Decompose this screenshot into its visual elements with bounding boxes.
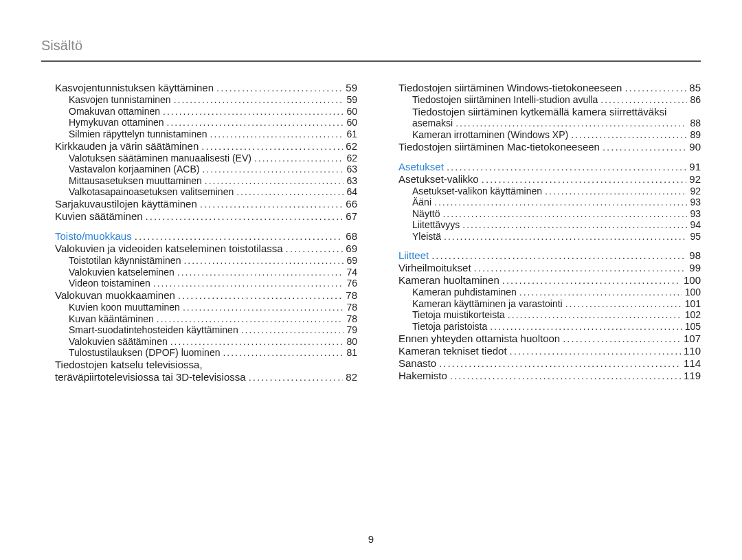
toc-entry[interactable]: Valokuvan muokkaaminen78 — [55, 289, 357, 301]
toc-leader — [167, 117, 344, 128]
toc-entry[interactable]: Liitteet98 — [398, 249, 701, 261]
toc-entry-page: 99 — [689, 262, 701, 273]
toc-entry-title: Kameran huoltaminen — [398, 274, 499, 286]
toc-entry-page: 67 — [346, 210, 357, 222]
toc-entry[interactable]: Valokuvien säätäminen80 — [69, 336, 357, 347]
toc-entry-page: 93 — [690, 197, 701, 208]
toc-column-right: Tiedostojen siirtäminen Windows-tietokon… — [398, 81, 701, 383]
toc-entry[interactable]: Omakuvan ottaminen60 — [69, 106, 357, 117]
toc-entry-page: 64 — [346, 186, 357, 197]
toc-entry[interactable]: Kuvien koon muuttaminen78 — [69, 302, 357, 313]
toc-entry[interactable]: Yleistä95 — [412, 231, 701, 242]
toc-entry[interactable]: Kuvan kääntäminen78 — [69, 313, 357, 324]
toc-entry[interactable]: Kirkkauden ja värin säätäminen62 — [55, 140, 357, 152]
toc-entry[interactable]: Valokuvien ja videoiden katseleminen toi… — [55, 243, 357, 254]
toc-entry-page: 61 — [346, 128, 357, 139]
toc-entry-page: 69 — [346, 255, 357, 266]
toc-entry[interactable]: Näyttö93 — [412, 208, 701, 219]
toc-entry[interactable]: Asetukset-valikko92 — [398, 173, 701, 185]
toc-entry-page: 91 — [689, 161, 701, 172]
toc-entry-title: Sanasto — [398, 357, 436, 369]
toc-entry[interactable]: Kameran puhdistaminen100 — [412, 287, 701, 298]
toc-leader — [163, 106, 344, 117]
toc-entry-title: asemaksi — [412, 117, 453, 128]
toc-entry[interactable]: Liitettävyys94 — [412, 219, 701, 230]
toc-entry-title: Omakuvan ottaminen — [69, 106, 160, 117]
toc-entry-page: 85 — [689, 82, 701, 93]
toc-leader — [135, 230, 344, 242]
toc-entry[interactable]: teräväpiirtotelevisiossa tai 3D-televisi… — [55, 371, 357, 383]
toc-column-left: Kasvojentunnistuksen käyttäminen59Kasvoj… — [55, 81, 357, 383]
toc-entry[interactable]: Ennen yhteyden ottamista huoltoon107 — [398, 333, 701, 344]
toc-entry-page: 59 — [346, 94, 357, 105]
toc-entry[interactable]: Asetukset91 — [398, 161, 701, 172]
toc-entry[interactable]: Valotuksen säätäminen manuaalisesti (EV)… — [69, 153, 357, 164]
toc-entry[interactable]: Kasvojentunnistuksen käyttäminen59 — [55, 82, 357, 93]
toc-entry[interactable]: Kameran käyttäminen ja varastointi101 — [412, 298, 701, 309]
toc-entry[interactable]: Kuvien säätäminen67 — [55, 210, 357, 222]
toc-entry[interactable]: Kameran tekniset tiedot110 — [398, 345, 701, 357]
toc-leader — [545, 186, 687, 197]
toc-entry-title: Asetukset — [398, 161, 444, 172]
toc-leader — [178, 289, 343, 301]
toc-leader — [510, 345, 681, 357]
toc-entry[interactable]: asemaksi88 — [412, 117, 701, 128]
toc-entry-page: 100 — [685, 287, 701, 298]
toc-entry[interactable]: Toistotilan käynnistäminen69 — [69, 255, 357, 266]
toc-entry[interactable]: Tietoja paristoista105 — [412, 321, 701, 332]
toc-entry[interactable]: Tietoja muistikorteista102 — [412, 309, 701, 320]
toc-entry-title: Tiedostojen siirtäminen Intelli-studion … — [412, 94, 598, 105]
toc-entry[interactable]: Toisto/muokkaus68 — [55, 230, 357, 242]
toc-entry[interactable]: Tiedostojen siirtäminen Mac-tietokoneese… — [398, 141, 701, 153]
toc-leader — [201, 140, 343, 152]
toc-entry-page: 68 — [346, 230, 357, 242]
toc-leader — [563, 333, 681, 344]
toc-entry-title: Videon toistaminen — [69, 278, 150, 289]
toc-entry-preline: Tiedostojen siirtäminen kytkemällä kamer… — [412, 106, 701, 117]
toc-leader — [434, 197, 687, 208]
toc-entry[interactable]: Kasvojen tunnistaminen59 — [69, 94, 357, 105]
toc-entry-page: 66 — [346, 198, 357, 210]
toc-entry[interactable]: Sarjakuvaustilojen käyttäminen66 — [55, 198, 357, 210]
toc-entry-title: Sarjakuvaustilojen käyttäminen — [55, 198, 197, 210]
toc-entry-page: 102 — [685, 309, 701, 320]
toc-entry[interactable]: Mittausasetuksen muuttaminen63 — [69, 175, 357, 186]
toc-entry[interactable]: Tiedostojen siirtäminen Windows-tietokon… — [398, 82, 701, 93]
toc-leader — [474, 262, 687, 273]
toc-entry-title: Valokuvan muokkaaminen — [55, 289, 175, 301]
toc-entry[interactable]: Hakemisto119 — [398, 370, 701, 381]
toc-entry[interactable]: Smart-suodatintehosteiden käyttäminen79 — [69, 324, 357, 335]
toc-entry-title: Kasvojentunnistuksen käyttäminen — [55, 82, 214, 93]
toc-entry[interactable]: Asetukset-valikon käyttäminen92 — [412, 186, 701, 197]
spacer — [398, 242, 701, 249]
toc-entry-page: 78 — [346, 302, 357, 313]
toc-entry-page: 110 — [684, 345, 701, 357]
toc-entry-title: Yleistä — [412, 231, 441, 242]
toc-entry-page: 63 — [346, 164, 357, 175]
toc-leader — [444, 231, 687, 242]
toc-entry-page: 76 — [346, 278, 357, 289]
toc-entry[interactable]: Tulostustilauksen (DPOF) luominen81 — [69, 347, 357, 358]
toc-entry[interactable]: Videon toistaminen76 — [69, 278, 357, 289]
toc-leader — [241, 324, 344, 335]
toc-entry[interactable]: Vastavalon korjaaminen (ACB)63 — [69, 164, 357, 175]
toc-leader — [447, 161, 686, 172]
toc-page: Sisältö Kasvojentunnistuksen käyttäminen… — [0, 0, 742, 560]
toc-entry[interactable]: Kameran irrottaminen (Windows XP)89 — [412, 129, 701, 140]
toc-entry-title: Smart-suodatintehosteiden käyttäminen — [69, 324, 238, 335]
toc-leader — [508, 309, 682, 320]
toc-entry[interactable]: Hymykuvan ottaminen60 — [69, 117, 357, 128]
toc-entry-title: Liitettävyys — [412, 219, 460, 230]
toc-entry[interactable]: Virheilmoitukset99 — [398, 262, 701, 273]
toc-entry-title: Valotuksen säätäminen manuaalisesti (EV) — [69, 153, 251, 164]
toc-entry[interactable]: Valkotasapainoasetuksen valitseminen64 — [69, 186, 357, 197]
toc-entry[interactable]: Tiedostojen siirtäminen Intelli-studion … — [412, 94, 701, 105]
toc-entry[interactable]: Kameran huoltaminen100 — [398, 274, 701, 286]
toc-entry[interactable]: Valokuvien katseleminen74 — [69, 267, 357, 278]
toc-leader — [146, 210, 344, 222]
toc-entry[interactable]: Silmien räpyttelyn tunnistaminen61 — [69, 128, 357, 139]
toc-leader — [450, 370, 681, 381]
toc-entry-title: Vastavalon korjaaminen (ACB) — [69, 164, 199, 175]
toc-entry[interactable]: Sanasto114 — [398, 357, 701, 369]
toc-entry[interactable]: Ääni93 — [412, 197, 701, 208]
